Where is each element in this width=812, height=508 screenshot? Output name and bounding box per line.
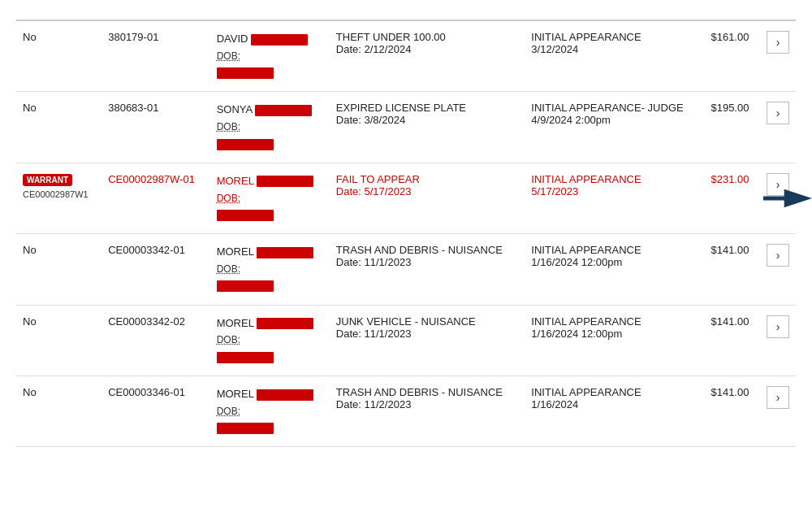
fine-amount: $231.00	[710, 173, 749, 185]
defendant-name: MOREL	[217, 245, 254, 258]
defendant-name-redacted	[251, 34, 308, 46]
offense-cell: TRASH AND DEBRIS - NUISANCE Date: 11/1/2…	[330, 234, 525, 305]
status-description: INITIAL APPEARANCE	[531, 244, 641, 256]
status-cell: INITIAL APPEARANCE 3/12/2024	[525, 20, 704, 92]
navigate-button[interactable]: ›	[767, 244, 789, 267]
table-row: NoCE00003342-01 MOREL DOB: TRASH AND DEB…	[16, 234, 796, 305]
navigate-button[interactable]: ›	[767, 386, 789, 409]
action-cell: ›	[760, 234, 796, 305]
warrant-cell: No	[16, 305, 102, 376]
defendant-name-redacted	[257, 247, 313, 258]
cases-table: No380179-01 DAVID DOB: THEFT UNDER 100.0…	[16, 0, 796, 447]
defendant-cell: DAVID DOB:	[210, 20, 330, 92]
action-cell: ›	[760, 20, 796, 92]
offense-date: Date: 2/12/2024	[336, 43, 412, 55]
fine-cell: $141.00	[704, 376, 760, 446]
offense-date: Date: 11/1/2023	[336, 328, 412, 340]
fine-amount: $161.00	[710, 31, 749, 43]
navigate-button[interactable]: ›	[767, 31, 789, 54]
citation-number: CE00002987W-01	[108, 173, 195, 185]
citation-number: 380179-01	[108, 31, 158, 43]
status-description: INITIAL APPEARANCE	[531, 315, 641, 328]
defendant-dob-label: DOB:	[217, 263, 240, 275]
status-description: INITIAL APPEARANCE- JUDGE	[531, 102, 683, 114]
status-cell: INITIAL APPEARANCE 1/16/2024 12:00pm	[525, 305, 704, 376]
citation-cell: 380683-01	[102, 92, 209, 163]
defendant-info: MOREL DOB:	[217, 173, 323, 224]
defendant-dob-redacted	[217, 280, 274, 292]
header-action	[760, 0, 796, 20]
defendant-dob-redacted	[217, 67, 274, 79]
offense-description: FAIL TO APPEAR	[336, 173, 420, 185]
defendant-dob-redacted	[217, 210, 274, 221]
header-offense	[330, 0, 525, 20]
table-header-row	[16, 0, 796, 20]
warrant-no: No	[23, 386, 37, 398]
citation-cell: CE00002987W-01	[102, 163, 209, 233]
table-row: NoCE00003346-01 MOREL DOB: TRASH AND DEB…	[16, 376, 796, 446]
navigate-button[interactable]: ›	[767, 102, 789, 124]
status-date: 4/9/2024 2:00pm	[531, 114, 611, 126]
defendant-name-redacted	[257, 318, 313, 329]
offense-date: Date: 3/8/2024	[336, 114, 405, 126]
defendant-info: MOREL DOB:	[217, 386, 323, 436]
table-row: No380179-01 DAVID DOB: THEFT UNDER 100.0…	[16, 20, 796, 92]
citation-number: 380683-01	[108, 102, 158, 114]
defendant-cell: MOREL DOB:	[210, 163, 330, 233]
defendant-dob-redacted	[217, 352, 274, 363]
defendant-dob-label: DOB:	[217, 406, 240, 417]
fine-amount: $141.00	[710, 315, 749, 328]
status-description: INITIAL APPEARANCE	[531, 31, 641, 43]
defendant-name: MOREL	[217, 388, 254, 400]
warrant-no: No	[23, 244, 37, 256]
warrant-no: No	[23, 31, 37, 43]
action-cell: ›	[760, 305, 796, 376]
defendant-name-redacted	[255, 105, 312, 116]
warrant-cell: No	[16, 20, 102, 92]
warrant-cell: No	[16, 92, 102, 163]
navigate-button[interactable]: ›	[767, 315, 789, 338]
defendant-dob-label: DOB:	[217, 334, 240, 345]
defendant-name-redacted	[257, 176, 313, 187]
fine-amount: $141.00	[710, 244, 749, 256]
fine-cell: $141.00	[704, 305, 760, 376]
defendant-name-redacted	[257, 389, 313, 401]
defendant-dob-redacted	[217, 423, 274, 434]
defendant-info: SONYA DOB:	[217, 102, 323, 152]
status-description: INITIAL APPEARANCE	[531, 173, 641, 185]
defendant-dob-label: DOB:	[217, 121, 240, 132]
header-status	[525, 0, 704, 20]
defendant-info: MOREL DOB:	[217, 315, 323, 366]
fine-cell: $195.00	[704, 92, 760, 163]
offense-date: Date: 5/17/2023	[336, 185, 412, 198]
offense-cell: FAIL TO APPEAR Date: 5/17/2023	[330, 163, 525, 233]
offense-cell: TRASH AND DEBRIS - NUISANCE Date: 11/2/2…	[330, 376, 525, 446]
defendant-info: DAVID DOB:	[217, 31, 323, 81]
warrant-badge: WARRANT	[23, 174, 72, 186]
status-cell: INITIAL APPEARANCE 1/16/2024 12:00pm	[525, 234, 704, 305]
warrant-cell: WARRANT CE00002987W1	[16, 163, 102, 233]
header-warrant	[16, 0, 102, 20]
row-arrow-indicator	[763, 186, 812, 211]
offense-description: TRASH AND DEBRIS - NUISANCE	[336, 244, 503, 256]
citation-cell: CE00003342-01	[102, 234, 209, 305]
status-cell: INITIAL APPEARANCE- JUDGE 4/9/2024 2:00p…	[525, 92, 704, 163]
defendant-info: MOREL DOB:	[217, 244, 323, 294]
status-date: 1/16/2024	[531, 398, 578, 410]
warrant-no: No	[23, 102, 37, 114]
status-date: 1/16/2024 12:00pm	[531, 328, 622, 340]
action-cell: ›	[760, 92, 796, 163]
status-date: 1/16/2024 12:00pm	[531, 256, 622, 268]
status-cell: INITIAL APPEARANCE 5/17/2023	[525, 163, 704, 233]
table-row: NoCE00003342-02 MOREL DOB: JUNK VEHICLE …	[16, 305, 796, 376]
defendant-cell: MOREL DOB:	[210, 305, 330, 376]
action-cell: ›	[760, 376, 796, 446]
defendant-name: MOREL	[217, 317, 254, 329]
defendant-cell: SONYA DOB:	[210, 92, 330, 163]
offense-description: JUNK VEHICLE - NUISANCE	[336, 315, 476, 328]
defendant-name: SONYA	[217, 103, 253, 115]
citation-cell: 380179-01	[102, 20, 209, 92]
svg-marker-0	[763, 189, 812, 207]
status-description: INITIAL APPEARANCE	[531, 386, 641, 398]
table-row: WARRANT CE00002987W1 CE00002987W-01 MORE…	[16, 163, 796, 233]
